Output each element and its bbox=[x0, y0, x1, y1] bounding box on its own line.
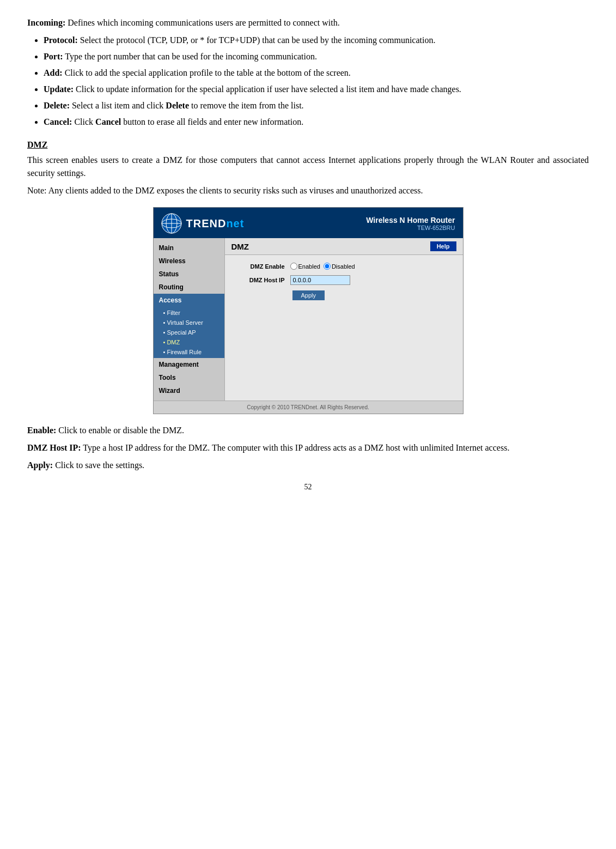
delete-label: Delete: bbox=[44, 101, 70, 110]
enabled-radio-text: Enabled bbox=[298, 263, 320, 270]
sidebar-item-tools[interactable]: Tools bbox=[154, 371, 224, 384]
delete-bold: Delete bbox=[166, 101, 189, 110]
enable-description: Enable: Click to enable or disable the D… bbox=[27, 424, 589, 437]
dmz-intro: This screen enables users to create a DM… bbox=[27, 154, 589, 180]
bullet-add: Add: Click to add the special applicatio… bbox=[44, 66, 589, 80]
dmz-host-ip-input[interactable] bbox=[290, 275, 350, 285]
panel-title: DMZ bbox=[231, 242, 249, 251]
cancel-bold: Cancel bbox=[95, 117, 121, 126]
incoming-paragraph: Incoming: Defines which incoming communi… bbox=[27, 16, 589, 29]
model-num: TEW-652BRU bbox=[366, 225, 455, 231]
dmz-note: Note: Any clients added to the DMZ expos… bbox=[27, 184, 589, 197]
page-number: 52 bbox=[27, 483, 589, 492]
incoming-text: Defines which incoming communications us… bbox=[65, 18, 339, 27]
apply-label: Apply: bbox=[27, 460, 53, 470]
bullet-update: Update: Click to update information for … bbox=[44, 83, 589, 96]
apply-button[interactable]: Apply bbox=[292, 290, 325, 300]
sidebar-item-main[interactable]: Main bbox=[154, 241, 224, 254]
trendnet-logo: TRENDnet bbox=[161, 213, 245, 234]
main-panel: DMZ Help DMZ Enable Enabled bbox=[224, 238, 463, 401]
enable-text: Click to enable or disable the DMZ. bbox=[56, 426, 184, 435]
incoming-label: Incoming: bbox=[27, 18, 65, 27]
trendnet-logo-icon bbox=[161, 213, 182, 234]
sidebar-item-wireless[interactable]: Wireless bbox=[154, 254, 224, 268]
sidebar-sub-dmz[interactable]: DMZ bbox=[154, 337, 224, 347]
form-area: DMZ Enable Enabled Disabled bbox=[225, 255, 463, 313]
apply-description: Apply: Click to save the settings. bbox=[27, 459, 589, 472]
dmz-heading: DMZ bbox=[27, 138, 589, 151]
enable-label: Enable: bbox=[27, 426, 56, 435]
apply-text: Click to save the settings. bbox=[53, 460, 144, 470]
router-ui: TRENDnet Wireless N Home Router TEW-652B… bbox=[153, 207, 463, 414]
bullets-list: Protocol: Select the protocol (TCP, UDP,… bbox=[44, 34, 589, 129]
disabled-radio[interactable] bbox=[324, 263, 331, 270]
bullet-protocol: Protocol: Select the protocol (TCP, UDP,… bbox=[44, 34, 589, 47]
dmz-enable-label: DMZ Enable bbox=[236, 263, 290, 270]
cancel-label: Cancel: bbox=[44, 117, 72, 126]
bullet-port: Port: Type the port number that can be u… bbox=[44, 50, 589, 63]
brand-dnet: net bbox=[226, 217, 244, 229]
dmz-host-ip-row: DMZ Host IP bbox=[236, 275, 452, 285]
dmz-host-text: Type a host IP address for the DMZ. The … bbox=[81, 443, 510, 452]
disabled-radio-text: Disabled bbox=[332, 263, 355, 270]
dmz-enable-radio-group: Enabled Disabled bbox=[290, 263, 355, 270]
apply-row: Apply bbox=[236, 290, 452, 300]
help-button[interactable]: Help bbox=[430, 241, 456, 251]
router-footer: Copyright © 2010 TRENDnet. All Rights Re… bbox=[154, 401, 463, 414]
bullet-delete: Delete: Select a list item and click Del… bbox=[44, 99, 589, 112]
sidebar-sub-special-ap[interactable]: Special AP bbox=[154, 328, 224, 337]
protocol-label: Protocol: bbox=[44, 35, 78, 45]
port-label: Port: bbox=[44, 52, 63, 61]
sidebar-item-status[interactable]: Status bbox=[154, 268, 224, 281]
sidebar-sub-menu: Filter Virtual Server Special AP DMZ Fir… bbox=[154, 307, 224, 358]
dmz-host-description: DMZ Host IP: Type a host IP address for … bbox=[27, 441, 589, 454]
dmz-enable-row: DMZ Enable Enabled Disabled bbox=[236, 263, 452, 270]
screenshot-wrapper: TRENDnet Wireless N Home Router TEW-652B… bbox=[27, 207, 589, 414]
enabled-radio-label[interactable]: Enabled bbox=[290, 263, 320, 270]
router-header: TRENDnet Wireless N Home Router TEW-652B… bbox=[154, 208, 463, 238]
page-content: Incoming: Defines which incoming communi… bbox=[27, 16, 589, 492]
update-label: Update: bbox=[44, 84, 74, 94]
sidebar-sub-filter[interactable]: Filter bbox=[154, 308, 224, 318]
sidebar-item-routing[interactable]: Routing bbox=[154, 281, 224, 294]
sidebar-item-access[interactable]: Access bbox=[154, 294, 224, 307]
brand-trend: TREND bbox=[186, 217, 227, 229]
sidebar: Main Wireless Status Routing Access Filt… bbox=[154, 238, 224, 401]
sidebar-sub-firewall-rule[interactable]: Firewall Rule bbox=[154, 347, 224, 357]
enabled-radio[interactable] bbox=[290, 263, 297, 270]
sidebar-item-wizard[interactable]: Wizard bbox=[154, 384, 224, 397]
router-title-block: Wireless N Home Router TEW-652BRU bbox=[366, 216, 455, 231]
panel-title-bar: DMZ Help bbox=[225, 238, 463, 255]
disabled-radio-label[interactable]: Disabled bbox=[324, 263, 355, 270]
sidebar-item-management[interactable]: Management bbox=[154, 358, 224, 371]
add-label: Add: bbox=[44, 68, 63, 77]
brand-text: TRENDnet bbox=[186, 217, 245, 230]
sidebar-sub-virtual-server[interactable]: Virtual Server bbox=[154, 318, 224, 328]
dmz-host-label: DMZ Host IP: bbox=[27, 443, 81, 452]
dmz-host-ip-label: DMZ Host IP bbox=[236, 277, 290, 283]
router-body: Main Wireless Status Routing Access Filt… bbox=[154, 238, 463, 401]
bullet-cancel: Cancel: Click Cancel button to erase all… bbox=[44, 116, 589, 129]
model-name: Wireless N Home Router bbox=[366, 216, 455, 225]
